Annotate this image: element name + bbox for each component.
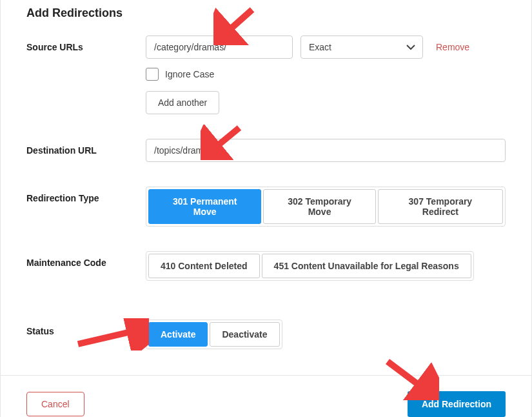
redirection-type-301[interactable]: 301 Permanent Move xyxy=(148,189,261,224)
redirection-type-307[interactable]: 307 Temporary Redirect xyxy=(378,189,503,224)
remove-link[interactable]: Remove xyxy=(436,42,469,52)
redirection-type-302[interactable]: 302 Temporary Move xyxy=(263,189,375,224)
source-urls-label: Source URLs xyxy=(26,36,146,52)
destination-url-input[interactable] xyxy=(146,139,506,162)
page-title: Add Redirections xyxy=(26,6,506,20)
status-activate[interactable]: Activate xyxy=(148,322,208,347)
status-deactivate[interactable]: Deactivate xyxy=(210,322,279,347)
cancel-button[interactable]: Cancel xyxy=(26,392,84,416)
maintenance-code-451[interactable]: 451 Content Unavailable for Legal Reason… xyxy=(262,254,471,278)
match-type-select[interactable]: Exact xyxy=(300,36,423,59)
ignore-case-label: Ignore Case xyxy=(165,69,214,79)
source-url-input[interactable] xyxy=(146,36,293,59)
maintenance-code-group: 410 Content Deleted 451 Content Unavaila… xyxy=(146,251,474,281)
destination-url-label: Destination URL xyxy=(26,139,146,156)
add-another-button[interactable]: Add another xyxy=(146,91,219,114)
status-group: Activate Deactivate xyxy=(146,320,282,349)
ignore-case-checkbox[interactable] xyxy=(146,68,159,81)
redirection-type-group: 301 Permanent Move 302 Temporary Move 30… xyxy=(146,187,506,227)
maintenance-code-410[interactable]: 410 Content Deleted xyxy=(148,254,260,278)
status-label: Status xyxy=(26,320,146,336)
redirection-type-label: Redirection Type xyxy=(26,187,146,203)
add-redirection-button[interactable]: Add Redirection xyxy=(408,391,506,417)
maintenance-code-label: Maintenance Code xyxy=(26,251,146,268)
